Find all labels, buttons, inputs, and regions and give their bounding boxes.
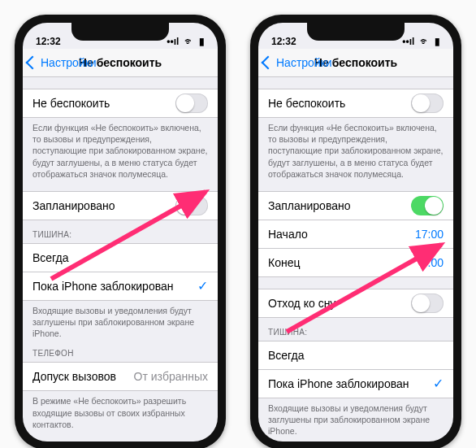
- back-button[interactable]: Настройки: [263, 56, 332, 69]
- phone-header: ТЕЛЕФОН: [23, 339, 218, 362]
- screen: 12:32 ••ıl ᯤ ▮ Настройки Не беспокоить Н…: [23, 23, 218, 441]
- while-locked-row[interactable]: Пока iPhone заблокирован ✓: [23, 272, 218, 301]
- dnd-toggle[interactable]: [175, 94, 208, 113]
- silence-header: ТИШИНА:: [258, 318, 453, 341]
- bedtime-row[interactable]: Отход ко сну: [258, 289, 453, 318]
- always-label: Всегда: [268, 349, 305, 362]
- battery-icon: ▮: [199, 36, 205, 47]
- start-value: 17:00: [415, 228, 444, 241]
- battery-icon: ▮: [435, 36, 440, 47]
- nav-bar: Настройки Не беспокоить: [258, 49, 453, 77]
- back-label: Настройки: [41, 56, 97, 69]
- end-value: 7:00: [422, 256, 444, 269]
- checkmark-icon: ✓: [433, 376, 444, 391]
- scheduled-label: Запланировано: [32, 199, 115, 212]
- status-indicators: ••ıl ᯤ ▮: [400, 36, 440, 47]
- phone-right: 12:32 ••ıl ᯤ ▮ Настройки Не беспокоить Н…: [250, 15, 461, 448]
- checkmark-icon: ✓: [197, 278, 208, 294]
- status-time: 12:32: [271, 36, 296, 47]
- allow-calls-value: От избранных: [134, 370, 208, 383]
- end-row[interactable]: Конец 7:00: [258, 249, 453, 277]
- scheduled-toggle[interactable]: [411, 196, 444, 215]
- always-row[interactable]: Всегда: [258, 341, 453, 370]
- dnd-toggle[interactable]: [411, 94, 444, 113]
- notch: [71, 23, 169, 41]
- scheduled-row[interactable]: Запланировано: [23, 191, 218, 220]
- dnd-row[interactable]: Не беспокоить: [258, 89, 453, 118]
- allow-calls-row[interactable]: Допуск вызовов От избранных: [23, 362, 218, 391]
- silence-header: ТИШИНА:: [23, 220, 218, 243]
- start-row[interactable]: Начало 17:00: [258, 220, 453, 249]
- settings-content[interactable]: Не беспокоить Если функция «Не беспокоит…: [258, 77, 453, 441]
- status-time: 12:32: [36, 36, 61, 47]
- back-label: Настройки: [276, 56, 332, 69]
- while-locked-row[interactable]: Пока iPhone заблокирован ✓: [258, 370, 453, 398]
- wifi-icon: ᯤ: [184, 36, 194, 47]
- back-button[interactable]: Настройки: [28, 56, 97, 69]
- dnd-footer: Если функция «Не беспокоить» включена, т…: [258, 118, 453, 180]
- screen: 12:32 ••ıl ᯤ ▮ Настройки Не беспокоить Н…: [258, 23, 453, 441]
- scheduled-label: Запланировано: [268, 199, 351, 212]
- always-row[interactable]: Всегда: [23, 243, 218, 272]
- phone-header: ТЕЛЕФОН: [258, 437, 453, 441]
- settings-content[interactable]: Не беспокоить Если функция «Не беспокоит…: [23, 77, 218, 441]
- while-locked-label: Пока iPhone заблокирован: [32, 280, 173, 293]
- nav-bar: Настройки Не беспокоить: [23, 49, 218, 77]
- scheduled-row[interactable]: Запланировано: [258, 191, 453, 220]
- dnd-label: Не беспокоить: [32, 97, 110, 110]
- scheduled-toggle[interactable]: [175, 196, 208, 215]
- bedtime-toggle[interactable]: [411, 294, 444, 313]
- chevron-left-icon: [26, 56, 40, 70]
- allow-footer: В режиме «Не беспокоить» разрешить входя…: [23, 391, 218, 430]
- phone-left: 12:32 ••ıl ᯤ ▮ Настройки Не беспокоить Н…: [15, 15, 226, 448]
- chevron-left-icon: [262, 56, 275, 70]
- dnd-footer: Если функция «Не беспокоить» включена, т…: [23, 118, 218, 180]
- always-label: Всегда: [32, 251, 69, 264]
- silence-footer: Входящие вызовы и уведомления будут загл…: [23, 301, 218, 340]
- bedtime-label: Отход ко сну: [268, 297, 335, 310]
- silence-footer: Входящие вызовы и уведомления будут загл…: [258, 398, 453, 437]
- dnd-label: Не беспокоить: [268, 97, 345, 110]
- end-label: Конец: [268, 256, 300, 269]
- start-label: Начало: [268, 228, 308, 241]
- signal-icon: ••ıl: [167, 36, 179, 47]
- allow-calls-label: Допуск вызовов: [32, 370, 116, 383]
- status-indicators: ••ıl ᯤ ▮: [164, 36, 205, 47]
- notch: [307, 23, 405, 41]
- while-locked-label: Пока iPhone заблокирован: [268, 377, 409, 390]
- dnd-row[interactable]: Не беспокоить: [23, 89, 218, 118]
- wifi-icon: ᯤ: [420, 36, 430, 47]
- signal-icon: ••ıl: [402, 36, 414, 47]
